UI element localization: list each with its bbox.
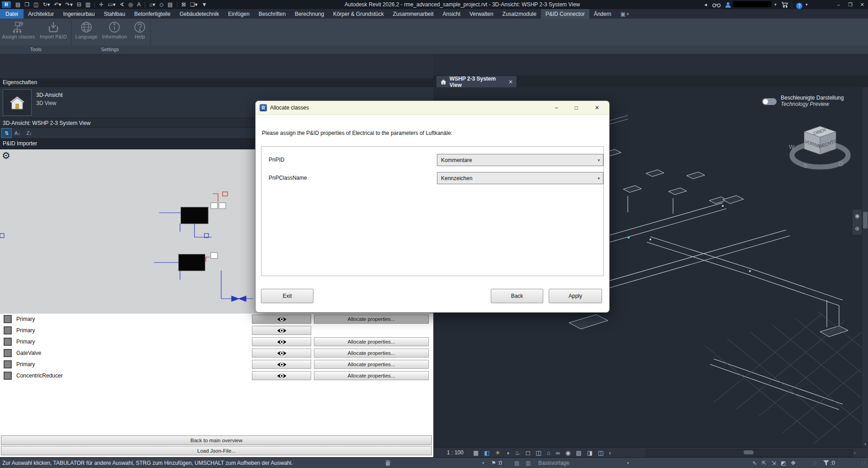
active-workset-icon[interactable]: ⚑: [491, 458, 496, 468]
visual-style-icon[interactable]: ◧: [484, 449, 489, 456]
tab-einfuegen[interactable]: Einfügen: [223, 9, 254, 19]
username-redacted[interactable]: [733, 1, 771, 7]
collapse-bar-icon[interactable]: ‹: [609, 449, 611, 456]
reveal-hidden-elements-icon[interactable]: ◉: [565, 449, 570, 456]
minimize-button[interactable]: –: [833, 0, 844, 9]
switch-windows-icon[interactable]: ❏▾: [190, 0, 198, 9]
undo-icon[interactable]: ↶▾: [54, 0, 62, 9]
class-color-swatch[interactable]: [4, 360, 12, 368]
text-icon[interactable]: A: [137, 0, 141, 9]
visibility-eye-button[interactable]: [252, 337, 311, 346]
load-json-file-button[interactable]: Load Json-File...: [1, 446, 432, 455]
shadows-icon[interactable]: ◑: [506, 449, 509, 456]
cart-icon[interactable]: [781, 0, 788, 9]
worksets-chevron-icon[interactable]: ▾: [482, 458, 484, 468]
displaced-elements-icon[interactable]: ◨: [587, 449, 593, 456]
tab-aendern[interactable]: Ändern: [589, 9, 616, 19]
allocate-properties-button[interactable]: Allocate properties...: [314, 360, 429, 369]
section-icon[interactable]: ✛: [99, 0, 104, 9]
tab-datei[interactable]: Datei: [0, 9, 24, 19]
open-file-icon[interactable]: ❒: [24, 0, 29, 9]
ribbon-display-toggle[interactable]: ▣ ▾: [616, 9, 633, 19]
select-underlay-icon[interactable]: ⇱: [762, 458, 766, 468]
help-button[interactable]: Help: [131, 20, 149, 45]
visibility-eye-button[interactable]: [252, 326, 311, 335]
sort-ascending-icon[interactable]: A↓: [12, 128, 23, 138]
aligned-dimension-icon[interactable]: ∢: [120, 0, 124, 9]
schedule-icon[interactable]: ▤: [168, 0, 173, 9]
visibility-eye-button[interactable]: [252, 360, 311, 369]
class-color-swatch[interactable]: [4, 349, 12, 357]
dialog-minimize-button[interactable]: –: [549, 101, 564, 115]
information-button[interactable]: Information: [100, 20, 129, 45]
properties-panel-header[interactable]: Eigenschaften: [0, 78, 433, 87]
qat-customize-icon[interactable]: ▼: [202, 0, 207, 9]
tab-zusatzmodule[interactable]: Zusatzmodule: [498, 9, 541, 19]
tab-pid-connector[interactable]: P&ID Connector: [541, 9, 589, 19]
temporary-hide-isolate-icon[interactable]: ∞: [556, 449, 560, 456]
accelerated-graphics-toggle[interactable]: [762, 98, 777, 105]
select-links-icon[interactable]: ⇖: [752, 458, 757, 468]
pnpclassname-combobox[interactable]: Kennzeichen ▾: [437, 172, 603, 184]
measure-icon[interactable]: ▭▾: [108, 0, 115, 9]
redo-icon[interactable]: ↷▾: [66, 0, 73, 9]
design-option-name[interactable]: Basisvorlage: [538, 458, 569, 468]
show-crop-region-icon[interactable]: ◫: [536, 449, 541, 456]
assign-classes-button[interactable]: Assign classes: [2, 20, 35, 45]
sort-descending-icon[interactable]: Z↓: [24, 128, 34, 138]
allocate-properties-button[interactable]: Allocate properties...: [314, 315, 429, 324]
tab-gebaeudetechnik[interactable]: Gebäudetechnik: [175, 9, 223, 19]
account-dropdown-icon[interactable]: ▾: [774, 0, 777, 9]
import-pid-button[interactable]: Import P&ID: [37, 20, 70, 45]
tag-icon[interactable]: ◎: [128, 0, 133, 9]
design-options-icon[interactable]: ▥: [526, 458, 531, 468]
selection-filter-icon[interactable]: [823, 458, 829, 466]
help-dropdown-icon[interactable]: ▾: [806, 0, 808, 9]
tab-architektur[interactable]: Architektur: [24, 9, 58, 19]
tab-stahlbau[interactable]: Stahlbau: [99, 9, 129, 19]
dialog-maximize-button[interactable]: □: [569, 101, 584, 115]
back-to-main-overview-button[interactable]: Back to main overview: [1, 435, 432, 445]
allocate-properties-button[interactable]: Allocate properties...: [314, 337, 429, 346]
class-color-swatch[interactable]: [4, 326, 12, 334]
tab-berechnung[interactable]: Berechnung: [290, 9, 329, 19]
worksets-dialog-icon[interactable]: ▤: [514, 458, 519, 468]
apply-button[interactable]: Apply: [549, 289, 602, 303]
viewcube[interactable]: OBEN VORNE RECHTS W S O: [786, 119, 854, 173]
tab-ingenieurbau[interactable]: Ingenieurbau: [58, 9, 99, 19]
select-pinned-icon[interactable]: ⇲: [771, 458, 776, 468]
crop-view-icon[interactable]: ◻: [526, 449, 531, 456]
class-color-swatch[interactable]: [4, 338, 12, 346]
allocate-properties-button[interactable]: Allocate properties...: [314, 349, 429, 358]
visibility-eye-button[interactable]: [252, 349, 311, 358]
steering-wheel-icon[interactable]: ◉: [855, 213, 859, 219]
language-button[interactable]: Language: [74, 20, 99, 45]
visibility-eye-button[interactable]: [252, 315, 311, 324]
drag-on-selection-icon[interactable]: ✥: [791, 458, 796, 468]
search-icon[interactable]: [712, 0, 721, 9]
dialog-close-button[interactable]: ✕: [589, 101, 605, 115]
view-tab-wshp[interactable]: WSHP 2-3 System View ✕: [436, 76, 517, 87]
sort-menu-icon[interactable]: ⇅: [1, 128, 12, 138]
sync-icon[interactable]: ↻▾: [43, 0, 50, 9]
search-collapse-icon[interactable]: ◂: [704, 0, 707, 9]
scroll-down-icon[interactable]: ▾: [862, 442, 868, 446]
family-type-image[interactable]: [3, 89, 32, 116]
revit-logo-icon[interactable]: R: [2, 1, 11, 8]
marker-icon[interactable]: ◇: [159, 0, 163, 9]
view-scale[interactable]: 1 : 100: [447, 448, 464, 458]
reveal-constraints-icon[interactable]: ◫: [598, 449, 603, 456]
project-browser-icon[interactable]: ▤: [15, 0, 20, 9]
horizontal-scrollbar[interactable]: [646, 449, 853, 457]
tab-ansicht[interactable]: Ansicht: [438, 9, 465, 19]
tab-koerper-grundstueck[interactable]: Körper & Grundstück: [328, 9, 388, 19]
worksharing-display-icon[interactable]: ▧: [576, 449, 581, 456]
tab-zusammenarbeit[interactable]: Zusammenarbeit: [388, 9, 438, 19]
visibility-eye-button[interactable]: [252, 371, 311, 380]
exit-button[interactable]: Exit: [261, 289, 313, 303]
pnpid-combobox[interactable]: Kommentare ▾: [437, 154, 603, 166]
select-by-face-icon[interactable]: ◩: [781, 458, 786, 468]
resize-grip-icon[interactable]: ∷: [862, 458, 865, 468]
detail-level-icon[interactable]: ▦: [473, 449, 479, 456]
back-button[interactable]: Back: [491, 289, 543, 303]
